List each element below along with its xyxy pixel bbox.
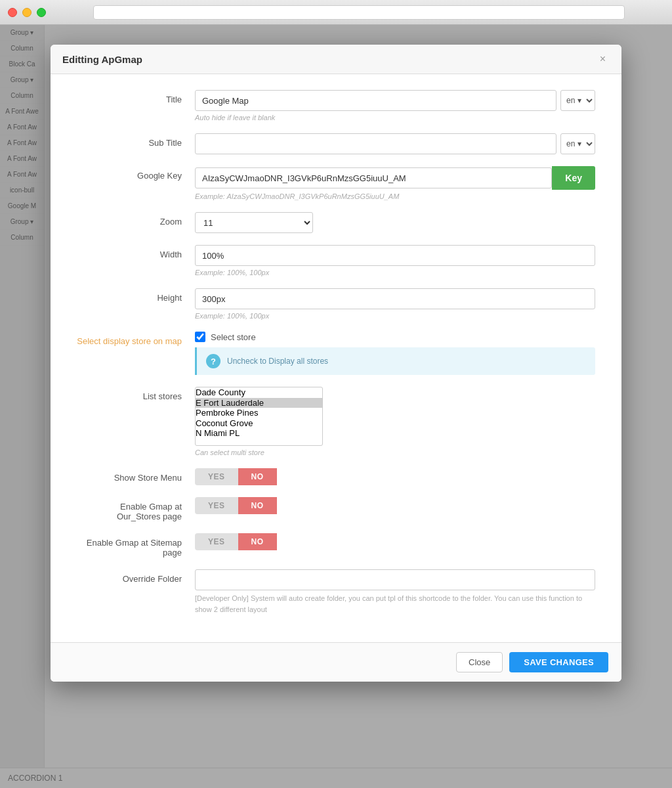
- stores-listbox[interactable]: Dade County E Fort Lauderdale Pembroke P…: [195, 387, 323, 446]
- modal-title: Editting ApGmap: [62, 54, 142, 65]
- close-window-button[interactable]: [8, 8, 17, 17]
- modal-overlay: Editting ApGmap × Title en ▾ Auto hide i…: [0, 25, 672, 788]
- width-row: Width Example: 100%, 100px: [77, 245, 595, 276]
- show-store-menu-row: Show Store Menu YES NO: [77, 468, 595, 485]
- google-key-control: Key Example: AIzaSyCWJmaoDNR_I3GVkP6uRnM…: [195, 166, 595, 200]
- subtitle-row: Sub Title en ▾: [77, 133, 595, 154]
- google-key-hint: Example: AIzaSyCWJmaoDNR_I3GVkP6uRnMzsGG…: [195, 192, 595, 200]
- height-label: Height: [77, 288, 195, 303]
- list-item[interactable]: Pembroke Pines: [196, 408, 322, 418]
- window-controls: [8, 8, 46, 17]
- width-input[interactable]: [195, 245, 595, 266]
- modal-body: Title en ▾ Auto hide if leave it blank S…: [51, 74, 621, 642]
- select-store-label: Select display store on map: [77, 332, 195, 346]
- list-stores-control: Dade County E Fort Lauderdale Pembroke P…: [195, 387, 595, 456]
- show-store-menu-toggle: YES NO: [195, 468, 595, 485]
- show-store-menu-yes-button[interactable]: YES: [195, 468, 238, 485]
- google-key-input-group: Key: [195, 166, 595, 190]
- override-folder-hint: [Developer Only] System will auto create…: [195, 593, 595, 615]
- title-lang-select[interactable]: en ▾: [560, 90, 595, 111]
- title-row: Title en ▾ Auto hide if leave it blank: [77, 90, 595, 121]
- google-key-input[interactable]: [195, 167, 552, 188]
- height-input[interactable]: [195, 288, 595, 309]
- enable-gmap-sitemap-yes-button[interactable]: YES: [195, 533, 238, 550]
- override-folder-label: Override Folder: [77, 569, 195, 584]
- info-icon: ?: [206, 354, 220, 368]
- enable-gmap-sitemap-toggle: YES NO: [195, 533, 595, 550]
- show-store-menu-control: YES NO: [195, 468, 595, 485]
- list-item[interactable]: Coconut Grove: [196, 418, 322, 429]
- key-button[interactable]: Key: [552, 166, 595, 190]
- google-key-label: Google Key: [77, 166, 195, 181]
- override-folder-row: Override Folder [Developer Only] System …: [77, 569, 595, 615]
- enable-gmap-ourstores-control: YES NO: [195, 497, 595, 514]
- enable-gmap-ourstores-toggle: YES NO: [195, 497, 595, 514]
- modal-dialog: Editting ApGmap × Title en ▾ Auto hide i…: [51, 45, 621, 682]
- subtitle-label: Sub Title: [77, 133, 195, 148]
- minimize-window-button[interactable]: [22, 8, 32, 17]
- select-store-control: Select store ? Uncheck to Display all st…: [195, 332, 595, 375]
- save-changes-button[interactable]: SAVE CHANGES: [509, 652, 608, 672]
- title-input[interactable]: [195, 90, 556, 111]
- titlebar: [0, 0, 672, 25]
- address-bar[interactable]: [93, 5, 625, 20]
- height-hint: Example: 100%, 100px: [195, 312, 595, 320]
- show-store-menu-no-button[interactable]: NO: [238, 468, 277, 485]
- select-store-checkbox-row: Select store: [195, 332, 595, 342]
- zoom-row: Zoom 11 1234 5678 9101112 131415: [77, 212, 595, 233]
- enable-gmap-ourstores-row: Enable Gmap at Our_Stores page YES NO: [77, 497, 595, 521]
- enable-gmap-sitemap-label: Enable Gmap at Sitemap page: [77, 533, 195, 558]
- modal-close-button[interactable]: ×: [596, 53, 610, 66]
- enable-gmap-ourstores-label: Enable Gmap at Our_Stores page: [77, 497, 195, 521]
- height-row: Height Example: 100%, 100px: [77, 288, 595, 320]
- list-item[interactable]: N Miami PL: [196, 428, 322, 439]
- google-key-row: Google Key Key Example: AIzaSyCWJmaoDNR_…: [77, 166, 595, 200]
- width-hint: Example: 100%, 100px: [195, 269, 595, 276]
- title-control: en ▾ Auto hide if leave it blank: [195, 90, 595, 121]
- select-store-checkbox-label: Select store: [211, 332, 256, 342]
- subtitle-lang-select[interactable]: en ▾: [560, 133, 595, 154]
- enable-gmap-ourstores-no-button[interactable]: NO: [238, 497, 277, 514]
- enable-gmap-sitemap-no-button[interactable]: NO: [238, 533, 277, 550]
- zoom-label: Zoom: [77, 212, 195, 227]
- show-store-menu-label: Show Store Menu: [77, 468, 195, 483]
- enable-gmap-sitemap-row: Enable Gmap at Sitemap page YES NO: [77, 533, 595, 558]
- enable-gmap-ourstores-yes-button[interactable]: YES: [195, 497, 238, 514]
- info-box: ? Uncheck to Display all stores: [195, 347, 595, 375]
- list-stores-label: List stores: [77, 387, 195, 401]
- subtitle-control: en ▾: [195, 133, 595, 154]
- maximize-window-button[interactable]: [37, 8, 46, 17]
- width-control: Example: 100%, 100px: [195, 245, 595, 276]
- close-button[interactable]: Close: [456, 652, 503, 672]
- title-input-group: en ▾: [195, 90, 595, 111]
- modal-footer: Close SAVE CHANGES: [51, 642, 621, 682]
- zoom-control: 11 1234 5678 9101112 131415: [195, 212, 595, 233]
- list-stores-wrap: Dade County E Fort Lauderdale Pembroke P…: [195, 387, 595, 446]
- width-label: Width: [77, 245, 195, 259]
- enable-gmap-sitemap-control: YES NO: [195, 533, 595, 550]
- subtitle-input[interactable]: [195, 133, 556, 154]
- height-control: Example: 100%, 100px: [195, 288, 595, 320]
- info-text: Uncheck to Display all stores: [227, 357, 328, 366]
- override-folder-control: [Developer Only] System will auto create…: [195, 569, 595, 615]
- list-item[interactable]: E Fort Lauderdale: [196, 398, 322, 408]
- select-store-row: Select display store on map Select store…: [77, 332, 595, 375]
- subtitle-input-group: en ▾: [195, 133, 595, 154]
- list-stores-row: List stores Dade County E Fort Lauderdal…: [77, 387, 595, 456]
- list-item[interactable]: Dade County: [196, 387, 322, 398]
- zoom-select[interactable]: 11 1234 5678 9101112 131415: [195, 212, 313, 233]
- stores-hint: Can select multi store: [195, 449, 595, 456]
- override-folder-input[interactable]: [195, 569, 595, 590]
- title-hint: Auto hide if leave it blank: [195, 114, 595, 121]
- select-store-checkbox[interactable]: [195, 332, 205, 342]
- modal-header: Editting ApGmap ×: [51, 45, 621, 74]
- title-label: Title: [77, 90, 195, 104]
